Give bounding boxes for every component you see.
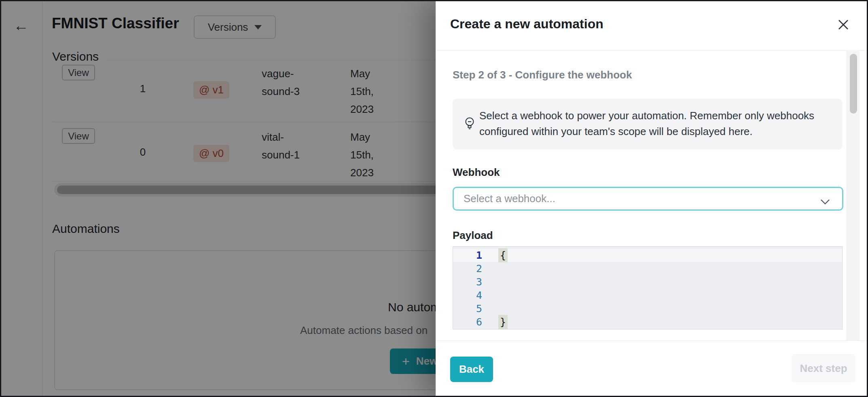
drawer-footer: Back Next step xyxy=(436,340,867,396)
editor-line: 4 xyxy=(453,289,842,302)
editor-line: 1 { xyxy=(453,249,842,262)
webhook-select[interactable]: Select a webhook... xyxy=(453,187,843,211)
step-indicator: Step 2 of 3 - Configure the webhook xyxy=(453,69,632,81)
editor-line: 2 xyxy=(453,262,842,275)
line-number: 1 xyxy=(453,249,482,262)
editor-line: 5 xyxy=(453,302,842,315)
line-number: 6 xyxy=(453,315,482,329)
info-callout: Select a webhook to power your automatio… xyxy=(453,99,843,150)
chevron-down-icon xyxy=(821,196,830,205)
drawer-header: Create a new automation xyxy=(436,1,867,51)
payload-code-editor[interactable]: 1 { 2 3 4 5 xyxy=(453,246,843,329)
back-button[interactable]: Back xyxy=(450,357,493,382)
code-token: { xyxy=(498,248,508,262)
next-step-button[interactable]: Next step xyxy=(792,354,855,382)
drawer-body: Step 2 of 3 - Configure the webhook Sele… xyxy=(436,51,867,340)
app-window: ← FMNIST Classifier Versions Versions Vi… xyxy=(0,0,868,397)
line-number: 4 xyxy=(453,289,482,302)
drawer-scrollbar[interactable] xyxy=(847,51,860,340)
drawer-title: Create a new automation xyxy=(450,17,603,32)
drawer-scrollbar-thumb[interactable] xyxy=(850,54,857,114)
close-icon[interactable] xyxy=(834,16,852,34)
editor-line: 3 xyxy=(453,275,842,289)
lightbulb-icon xyxy=(464,116,475,133)
line-number: 2 xyxy=(453,262,482,275)
info-callout-text: Select a webhook to power your automatio… xyxy=(479,108,826,139)
webhook-label: Webhook xyxy=(453,166,500,179)
line-number: 5 xyxy=(453,302,482,315)
line-number: 3 xyxy=(453,275,482,289)
payload-label: Payload xyxy=(453,229,493,242)
create-automation-drawer: Create a new automation Step 2 of 3 - Co… xyxy=(436,1,867,396)
editor-line: 6 } xyxy=(453,315,842,329)
webhook-select-placeholder: Select a webhook... xyxy=(464,192,555,205)
code-token: } xyxy=(498,315,508,329)
